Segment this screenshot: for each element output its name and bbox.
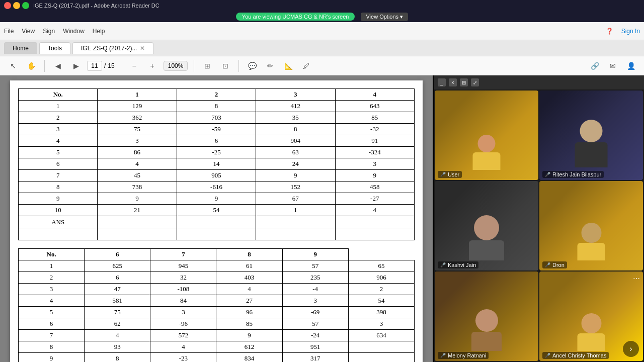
- toolbar-right-1[interactable]: 🔗: [588, 59, 602, 73]
- ans-2: [177, 216, 256, 228]
- menu-file[interactable]: File: [4, 28, 14, 35]
- page-number-input[interactable]: [87, 61, 102, 71]
- table-row: 745729-24634: [19, 330, 415, 341]
- video-cell-kashvi: 🎤 Kashvi Jain: [435, 181, 538, 270]
- page-separator: /: [104, 62, 106, 69]
- col-header-1: 1: [98, 89, 177, 101]
- menu-view[interactable]: View: [22, 28, 35, 35]
- tab-home-label: Home: [13, 45, 29, 52]
- participant-name-ancel: 🎤 Ancel Christy Thomas: [542, 352, 609, 359]
- pdf-page: No. 1 2 3 4 1129841264323627033585375-59…: [10, 80, 423, 362]
- participant-label-ritesh: Ritesh Jain Bilaspur: [552, 171, 601, 177]
- hand-tool[interactable]: ✋: [24, 59, 38, 73]
- vp-grid[interactable]: ⊞: [460, 78, 468, 86]
- page-view-button[interactable]: ⊞: [200, 59, 214, 73]
- maximize-button[interactable]: [22, 2, 29, 9]
- menu-bar[interactable]: File View Sign Window Help: [4, 28, 105, 35]
- cursor-tool[interactable]: ↖: [6, 59, 20, 73]
- main-area: No. 1 2 3 4 1129841264323627033585375-59…: [0, 75, 644, 362]
- col-header-2: 2: [177, 89, 256, 101]
- view-options-button[interactable]: View Options ▾: [361, 13, 408, 21]
- col2-header-9: 9: [282, 249, 348, 260]
- tab-tools-label: Tools: [48, 45, 62, 52]
- zoom-out-button[interactable]: −: [127, 59, 141, 73]
- video-cell-ritesh: 🎤 Ritesh Jain Bilaspur: [539, 90, 643, 180]
- pencil-button[interactable]: ✏: [263, 59, 277, 73]
- help-button[interactable]: ❓: [606, 28, 613, 35]
- mic-icon-user: 🎤: [440, 172, 446, 177]
- ans-3: [256, 216, 335, 228]
- sign-in-button[interactable]: Sign In: [621, 28, 640, 35]
- measure-button[interactable]: 📐: [281, 59, 295, 73]
- video-panel: _ × ⊞ ⤢ 🎤 User: [433, 75, 644, 362]
- table-row: 347-1084-42: [19, 284, 415, 295]
- table-row: 98-23834317: [19, 353, 415, 363]
- video-panel-controls[interactable]: _ × ⊞ ⤢: [438, 78, 479, 86]
- pdf-viewer[interactable]: No. 1 2 3 4 1129841264323627033585375-59…: [0, 75, 433, 362]
- table-row: 43690491: [19, 135, 415, 147]
- col-header-4: 4: [335, 89, 414, 101]
- ans-4: [335, 216, 414, 228]
- table-row: 11298412643: [19, 101, 415, 112]
- table-row: 8738-616152458: [19, 182, 415, 193]
- menu-sign[interactable]: Sign: [43, 28, 55, 35]
- vp-expand[interactable]: ⤢: [471, 78, 479, 86]
- toolbar-right-2[interactable]: ✉: [606, 59, 620, 73]
- participant-label-dron: Dron: [552, 262, 565, 268]
- table-row: 23627033585: [19, 112, 415, 124]
- mic-icon-ritesh: 🎤: [545, 172, 550, 177]
- ans-1: [98, 216, 177, 228]
- close-button[interactable]: [4, 2, 11, 9]
- participant-label-ancel: Ancel Christy Thomas: [552, 352, 606, 358]
- reading-mode-button[interactable]: ⊡: [218, 59, 232, 73]
- zoom-in-button[interactable]: +: [145, 59, 159, 73]
- col2-header-7: 7: [150, 249, 216, 260]
- minimize-button[interactable]: [13, 2, 20, 9]
- video-cell-dron: 🎤 Dron: [539, 181, 643, 270]
- participant-name-user: 🎤 User: [438, 171, 462, 178]
- page-navigation: / 15: [87, 61, 115, 71]
- tab-tools[interactable]: Tools: [39, 42, 70, 54]
- tab-close-icon[interactable]: ✕: [140, 45, 145, 52]
- participant-label-user: User: [448, 171, 459, 177]
- vp-minimize[interactable]: _: [438, 78, 446, 86]
- table-row: 8934612951: [19, 341, 415, 353]
- menu-window[interactable]: Window: [63, 28, 85, 35]
- table-row: 74590599: [19, 170, 415, 182]
- toolbar-right-3[interactable]: 👤: [624, 59, 638, 73]
- video-cell-melony: 🎤 Melony Ratnani: [435, 272, 538, 361]
- table-row: 10215414: [19, 205, 415, 216]
- ans-label: ANS: [19, 216, 98, 228]
- col-header-3: 3: [256, 89, 335, 101]
- window-title: IGE ZS-Q (2017-2).pdf - Adobe Acrobat Re…: [33, 3, 159, 9]
- mic-icon-dron: 🎤: [545, 262, 550, 267]
- pdf-table-1: No. 1 2 3 4 1129841264323627033585375-59…: [18, 88, 415, 240]
- col2-header-6: 6: [85, 249, 150, 260]
- tab-home[interactable]: Home: [4, 42, 37, 54]
- table-row: 575396-69398: [19, 307, 415, 318]
- table-row: 1625945615765: [19, 260, 415, 272]
- tab-document-label: IGE ZS-Q (2017-2)...: [81, 45, 137, 52]
- stamp-button[interactable]: 🖊: [299, 59, 313, 73]
- next-participant-button[interactable]: ›: [623, 341, 639, 357]
- participant-name-ritesh: 🎤 Ritesh Jain Bilaspur: [542, 171, 604, 178]
- tab-bar: Home Tools IGE ZS-Q (2017-2)... ✕: [0, 40, 644, 56]
- col2-header-no: No.: [19, 249, 85, 260]
- three-dots-icon[interactable]: ⋯: [633, 275, 640, 283]
- menu-help[interactable]: Help: [93, 28, 105, 35]
- screen-share-notification: You are viewing UCMAS CG & NR's screen: [236, 13, 355, 21]
- video-grid: 🎤 User 🎤 Ritesh Jain Bilaspur: [434, 89, 644, 362]
- table-row: 375-598-32: [19, 124, 415, 135]
- vp-close[interactable]: ×: [449, 78, 457, 86]
- window-controls[interactable]: [4, 2, 29, 9]
- pdf-table-2: No. 6 7 8 9 1625945615765263240323590634…: [18, 248, 415, 362]
- comment-button[interactable]: 💬: [245, 59, 259, 73]
- prev-page-button[interactable]: ◀: [51, 59, 65, 73]
- participant-label-melony: Melony Ratnani: [448, 352, 486, 358]
- mic-icon-kashvi: 🎤: [440, 262, 446, 267]
- table-row: 2632403235906: [19, 272, 415, 284]
- zoom-level[interactable]: 100%: [164, 61, 188, 71]
- participant-name-kashvi: 🎤 Kashvi Jain: [438, 261, 478, 268]
- tab-document[interactable]: IGE ZS-Q (2017-2)... ✕: [72, 42, 153, 54]
- next-page-button[interactable]: ▶: [69, 59, 83, 73]
